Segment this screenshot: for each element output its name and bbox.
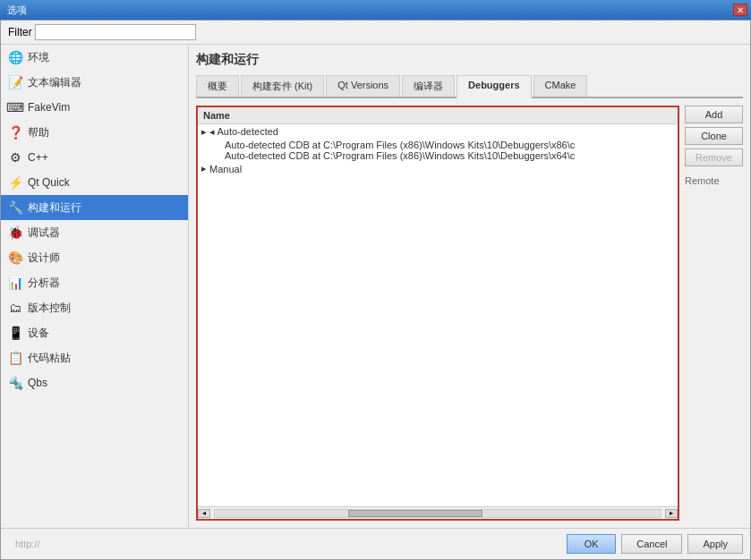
tab-compilers[interactable]: 编译器 [402,75,455,97]
scroll-right-arrow[interactable]: ▸ [665,509,678,518]
designer-icon: 🎨 [8,250,22,265]
fakevim-icon: ⌨ [8,100,22,115]
environment-icon: 🌐 [8,50,22,64]
sidebar-label: 环境 [28,50,49,65]
sidebar-item-text-editor[interactable]: 📝 文本编辑器 [1,70,188,95]
device-icon: 📱 [8,326,22,340]
sidebar-item-version-control[interactable]: 🗂 版本控制 [1,295,188,320]
sidebar-item-device[interactable]: 📱 设备 [1,320,188,345]
scroll-track[interactable] [214,509,661,518]
page-title: 构建和运行 [196,52,743,68]
sidebar-label: Qt Quick [28,176,70,189]
text-editor-icon: 📝 [8,75,22,89]
dialog-body: 🌐 环境 📝 文本编辑器 ⌨ FakeVim ❓ 帮助 ⚙ C++ ⚡ Qt Q [1,45,750,528]
sidebar-label: 分析器 [28,276,60,291]
sidebar-item-designer[interactable]: 🎨 设计师 [1,245,188,270]
expand-icon: ▸ [201,126,207,138]
sidebar-label: FakeVim [28,101,70,114]
sidebar-label: 文本编辑器 [28,75,81,90]
sidebar-label: 调试器 [28,225,60,241]
filter-label: Filter [8,26,32,38]
add-button[interactable]: Add [685,106,743,123]
manual-label: Manual [209,164,242,174]
close-button[interactable]: ✕ [733,4,747,16]
sidebar-item-build-run[interactable]: 🔧 构建和运行 [1,195,188,220]
help-icon: ❓ [8,125,22,140]
table-header: Name [198,107,678,124]
sidebar-item-qbs[interactable]: 🔩 Qbs [1,370,188,395]
watermark-text: http:// [15,539,40,549]
sidebar-label: 代码粘贴 [28,351,71,366]
horizontal-scrollbar[interactable]: ◂ ▸ [198,506,678,519]
sidebar-item-code-paste[interactable]: 📋 代码粘贴 [1,345,188,370]
remote-section: Remote [685,175,743,186]
sidebar-item-debugger[interactable]: 🐞 调试器 [1,220,188,245]
tab-debuggers[interactable]: Debuggers [457,75,531,98]
table-container: Name ▸ ◂ Auto-detected Auto-detected CDB… [196,106,743,521]
title-text: 选项 [7,4,27,17]
dialog: Filter 🌐 环境 📝 文本编辑器 ⌨ FakeVim ❓ 帮助 [0,20,751,560]
sidebar-label: 帮助 [28,125,49,140]
filter-row: Filter [1,21,750,45]
analyzer-icon: 📊 [8,276,22,290]
title-bar: 选项 ✕ [0,0,751,20]
qt-quick-icon: ⚡ [8,175,22,190]
tab-qt-versions[interactable]: Qt Versions [326,75,400,97]
sidebar-item-qt-quick[interactable]: ⚡ Qt Quick [1,170,188,195]
main-content: 构建和运行 概要 构建套件 (Kit) Qt Versions 编译器 Debu… [189,45,750,528]
tab-kits[interactable]: 构建套件 (Kit) [241,75,324,97]
manual-section[interactable]: ▸ Manual [198,161,678,176]
sidebar-label: Qbs [28,377,47,389]
sidebar-label: 构建和运行 [28,200,81,216]
sidebar: 🌐 环境 📝 文本编辑器 ⌨ FakeVim ❓ 帮助 ⚙ C++ ⚡ Qt Q [1,45,189,528]
version-control-icon: 🗂 [8,301,22,315]
tab-bar: 概要 构建套件 (Kit) Qt Versions 编译器 Debuggers … [196,75,743,98]
sidebar-label: 设计师 [28,250,60,266]
auto-detected-section[interactable]: ▸ ◂ Auto-detected [198,124,678,140]
right-action-buttons: Add Clone Remove Remote [685,106,743,521]
apply-button[interactable]: Apply [687,534,743,554]
clone-button[interactable]: Clone [685,127,743,145]
bottom-bar: http:// OK Cancel Apply [1,528,750,559]
code-paste-icon: 📋 [8,351,22,365]
sidebar-label: 设备 [28,326,49,341]
cpp-icon: ⚙ [8,150,22,165]
sidebar-label: C++ [28,151,48,164]
sidebar-item-cpp[interactable]: ⚙ C++ [1,145,188,170]
cancel-button[interactable]: Cancel [621,534,682,554]
manual-expand-icon: ▸ [201,163,207,174]
build-run-icon: 🔧 [8,200,22,215]
debuggers-table: Name ▸ ◂ Auto-detected Auto-detected CDB… [196,106,679,521]
sidebar-item-environment[interactable]: 🌐 环境 [1,45,188,70]
remove-button[interactable]: Remove [685,148,743,166]
sidebar-label: 版本控制 [28,301,71,316]
debugger-icon: 🐞 [8,225,22,240]
debugger-item-x86[interactable]: Auto-detected CDB at C:\Program Files (x… [198,140,678,150]
sidebar-item-analyzer[interactable]: 📊 分析器 [1,270,188,295]
auto-detected-label: ◂ Auto-detected [209,126,278,138]
table-body[interactable]: ▸ ◂ Auto-detected Auto-detected CDB at C… [198,124,678,506]
remote-label: Remote [685,175,720,186]
qbs-icon: 🔩 [8,376,22,390]
sidebar-item-help[interactable]: ❓ 帮助 [1,120,188,145]
scroll-left-arrow[interactable]: ◂ [198,509,210,518]
tab-overview[interactable]: 概要 [196,75,239,97]
sidebar-item-fakevim[interactable]: ⌨ FakeVim [1,95,188,120]
ok-button[interactable]: OK [567,534,616,554]
debugger-item-x64[interactable]: Auto-detected CDB at C:\Program Files (x… [198,150,678,161]
tab-cmake[interactable]: CMake [533,75,588,97]
filter-input[interactable] [35,24,196,40]
scroll-thumb[interactable] [348,510,482,517]
